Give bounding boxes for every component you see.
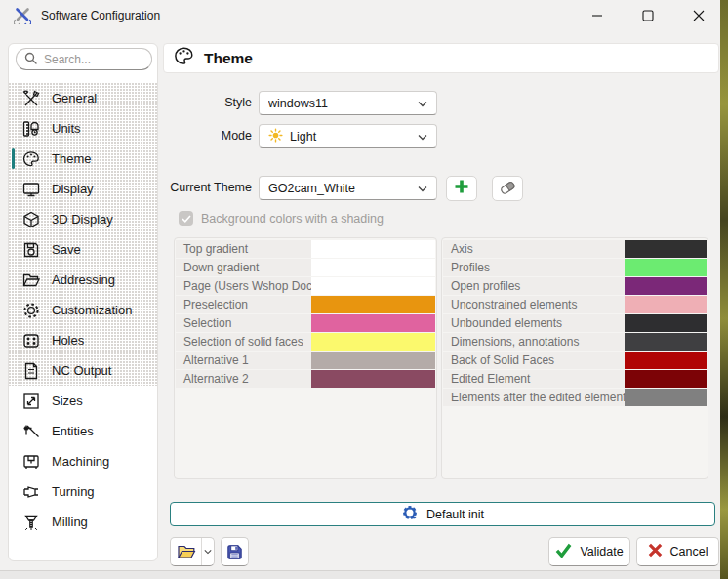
shading-checkbox-label: Background colors with a shading bbox=[201, 212, 384, 226]
sidebar-item-entities[interactable]: Entities bbox=[9, 416, 157, 446]
sidebar-item-milling[interactable]: Milling bbox=[9, 507, 157, 537]
open-theme-dropdown-arrow[interactable] bbox=[202, 538, 214, 565]
mill-icon bbox=[21, 513, 41, 532]
open-theme-button[interactable] bbox=[171, 538, 202, 565]
wrench-hammer-icon bbox=[21, 89, 41, 108]
sidebar-item-label: Display bbox=[52, 182, 94, 196]
cancel-button[interactable]: Cancel bbox=[636, 537, 719, 566]
color-row: Edited Element bbox=[443, 370, 707, 388]
sidebar-item-label: Entities bbox=[52, 424, 94, 438]
sidebar-item-general[interactable]: General bbox=[9, 83, 157, 113]
floppy-icon bbox=[21, 240, 41, 260]
color-label: Down gradient bbox=[176, 259, 311, 276]
sidebar-item-addressing[interactable]: Addressing bbox=[9, 265, 157, 295]
color-swatch[interactable] bbox=[311, 240, 435, 258]
color-row: Axis bbox=[443, 240, 707, 258]
current-theme-label: Current Theme bbox=[160, 176, 252, 200]
color-row: Elements after the edited element bbox=[443, 389, 707, 406]
sidebar-item-customization[interactable]: Customization bbox=[9, 295, 157, 325]
sidebar-item-nc-output[interactable]: NC Output bbox=[9, 355, 157, 386]
color-swatch[interactable] bbox=[625, 296, 707, 313]
sidebar-nav: General Units bbox=[9, 83, 157, 537]
plus-icon bbox=[454, 179, 469, 198]
check-icon bbox=[555, 543, 572, 560]
search-icon bbox=[24, 51, 37, 68]
erase-theme-button[interactable] bbox=[492, 176, 523, 201]
validate-button[interactable]: Validate bbox=[548, 537, 630, 566]
desktop-background-strip bbox=[720, 0, 728, 579]
color-label: Profiles bbox=[443, 259, 625, 276]
color-label: Edited Element bbox=[443, 370, 625, 388]
color-swatch[interactable] bbox=[625, 314, 707, 332]
color-row: Open profiles bbox=[443, 277, 707, 295]
mode-dropdown[interactable]: Light bbox=[259, 124, 437, 148]
default-init-button[interactable]: Default init bbox=[170, 502, 715, 526]
search-input[interactable] bbox=[44, 53, 142, 66]
sidebar-item-label: Holes bbox=[52, 333, 84, 348]
save-theme-button[interactable] bbox=[221, 537, 249, 566]
current-theme-dropdown[interactable]: GO2cam_White bbox=[259, 176, 437, 200]
color-swatch[interactable] bbox=[625, 389, 707, 406]
color-swatch[interactable] bbox=[311, 370, 435, 388]
sidebar-item-holes[interactable]: Holes bbox=[9, 325, 157, 355]
maximize-button[interactable] bbox=[640, 8, 656, 23]
color-label: Selection of solid faces bbox=[176, 333, 311, 351]
palette-icon bbox=[173, 45, 195, 71]
minimize-button[interactable] bbox=[589, 8, 605, 23]
page-title: Theme bbox=[204, 50, 253, 67]
color-swatch[interactable] bbox=[625, 352, 707, 369]
sidebar-item-label: NC Output bbox=[52, 363, 111, 378]
color-swatch[interactable] bbox=[311, 352, 435, 369]
window-controls bbox=[589, 0, 707, 31]
resize-icon bbox=[21, 392, 41, 411]
color-row: Preselection bbox=[176, 296, 435, 313]
close-button[interactable] bbox=[691, 8, 707, 23]
element-colors-panel: Axis Profiles Open profiles Unconstraine… bbox=[441, 237, 708, 479]
validate-label: Validate bbox=[580, 545, 623, 558]
color-swatch[interactable] bbox=[311, 314, 435, 332]
add-theme-button[interactable] bbox=[446, 176, 477, 201]
sidebar-item-save[interactable]: Save bbox=[9, 234, 157, 265]
color-swatch[interactable] bbox=[625, 240, 707, 258]
color-swatch[interactable] bbox=[311, 296, 435, 313]
chevron-down-icon bbox=[418, 130, 427, 144]
color-row: Back of Solid Faces bbox=[443, 352, 707, 369]
sidebar-item-label: General bbox=[52, 91, 97, 105]
color-swatch[interactable] bbox=[625, 277, 707, 295]
style-label: Style bbox=[160, 91, 252, 115]
mode-value: Light bbox=[290, 130, 411, 144]
color-row: Top gradient bbox=[176, 240, 435, 258]
shading-checkbox[interactable] bbox=[179, 211, 193, 226]
sidebar-item-3d-display[interactable]: 3D Display bbox=[9, 204, 157, 234]
sidebar-item-label: Turning bbox=[52, 484, 95, 499]
color-label: Page (Users Wshop Doc) bbox=[176, 277, 311, 295]
sidebar-item-label: 3D Display bbox=[52, 212, 113, 227]
color-label: Back of Solid Faces bbox=[443, 352, 625, 369]
nav-group-top: General Units bbox=[9, 83, 157, 386]
sidebar-item-machining[interactable]: Machining bbox=[9, 446, 157, 476]
sidebar-item-display[interactable]: Display bbox=[9, 174, 157, 204]
sidebar-item-theme[interactable]: Theme bbox=[9, 144, 157, 174]
style-dropdown[interactable]: windows11 bbox=[259, 91, 437, 115]
color-swatch[interactable] bbox=[311, 259, 435, 276]
sidebar-item-sizes[interactable]: Sizes bbox=[9, 386, 157, 416]
color-swatch[interactable] bbox=[311, 277, 435, 295]
color-row: Dimensions, annotations bbox=[443, 333, 707, 351]
color-label: Axis bbox=[443, 240, 625, 258]
sidebar-item-units[interactable]: Units bbox=[9, 113, 157, 144]
color-swatch[interactable] bbox=[625, 333, 707, 351]
background-colors-panel: Top gradient Down gradient Page (Users W… bbox=[174, 237, 437, 479]
search-box[interactable] bbox=[16, 48, 152, 70]
sidebar: General Units bbox=[8, 43, 158, 561]
open-theme-split-button bbox=[170, 537, 215, 566]
color-swatch[interactable] bbox=[311, 333, 435, 351]
machine-icon bbox=[21, 452, 41, 472]
page-header: Theme bbox=[163, 43, 719, 73]
drafting-icon bbox=[21, 422, 41, 441]
color-swatch[interactable] bbox=[625, 259, 707, 276]
color-swatch[interactable] bbox=[625, 370, 707, 388]
mode-label: Mode bbox=[160, 124, 252, 148]
palette-icon bbox=[21, 149, 41, 169]
sidebar-item-turning[interactable]: Turning bbox=[9, 476, 157, 507]
tools-icon bbox=[14, 7, 31, 24]
